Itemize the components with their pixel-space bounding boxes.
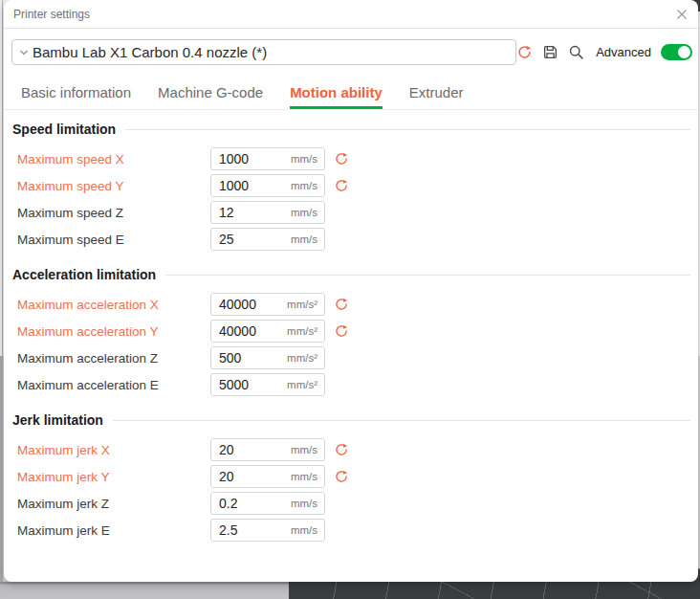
param-field: mm/s (210, 465, 325, 488)
param-label: Maximum acceleration E (17, 378, 210, 392)
param-label: Maximum jerk X (17, 443, 210, 457)
max-speed-x-input[interactable] (219, 151, 278, 166)
param-label: Maximum acceleration X (17, 298, 210, 312)
max-speed-y-input[interactable] (219, 178, 278, 193)
section-title: Speed limitation (12, 122, 116, 137)
preset-toolbar: Advanced (516, 44, 692, 60)
search-icon[interactable] (568, 44, 584, 60)
max-jerk-e-input[interactable] (219, 522, 278, 538)
param-row-max-accel-y: Maximum acceleration Y mm/s² (4, 318, 698, 344)
param-row-max-jerk-y: Maximum jerk Y mm/s (4, 463, 698, 490)
reset-icon[interactable] (334, 442, 349, 457)
param-row-max-speed-y: Maximum speed Y mm/s (4, 172, 698, 199)
max-jerk-x-input[interactable] (219, 442, 278, 457)
param-label: Maximum speed Y (17, 179, 210, 193)
unit-label: mm/s (291, 233, 317, 245)
reset-icon[interactable] (334, 178, 349, 193)
background-sidebar-edge (0, 582, 289, 599)
section-title: Acceleration limitation (12, 267, 156, 282)
param-field: mm/s (210, 228, 325, 251)
dialog-titlebar: Printer settings (4, 0, 698, 29)
param-label: Maximum acceleration Z (17, 351, 210, 366)
param-row-max-jerk-z: Maximum jerk Z mm/s (4, 490, 698, 517)
max-accel-z-input[interactable] (219, 350, 278, 366)
param-row-max-accel-x: Maximum acceleration X mm/s² (4, 291, 698, 318)
reset-icon[interactable] (334, 469, 349, 484)
param-label: Maximum jerk Z (17, 497, 210, 511)
unit-label: mm/s (291, 180, 317, 191)
param-row-max-speed-x: Maximum speed X mm/s (4, 145, 698, 172)
advanced-toggle[interactable] (661, 44, 692, 60)
param-field: mm/s² (210, 373, 325, 396)
param-field: mm/s² (210, 346, 325, 369)
max-accel-x-input[interactable] (219, 297, 278, 312)
printer-preset-select[interactable]: Bambu Lab X1 Carbon 0.4 nozzle (*) (11, 39, 516, 65)
unit-label: mm/s² (287, 352, 317, 364)
param-field: mm/s² (210, 320, 325, 343)
param-label: Maximum jerk E (17, 523, 210, 538)
param-row-max-speed-e: Maximum speed E mm/s (4, 226, 698, 253)
max-jerk-y-input[interactable] (219, 469, 278, 484)
preset-row: Bambu Lab X1 Carbon 0.4 nozzle (*) (11, 39, 692, 65)
param-label: Maximum speed Z (17, 206, 210, 220)
max-speed-e-input[interactable] (219, 232, 278, 247)
max-speed-z-input[interactable] (219, 205, 278, 220)
param-field: mm/s (210, 147, 325, 170)
section-header-jerk: Jerk limitation (12, 410, 690, 430)
unit-label: mm/s (291, 444, 317, 455)
advanced-label: Advanced (596, 45, 651, 59)
param-label: Maximum jerk Y (17, 470, 210, 484)
param-field: mm/s² (210, 293, 325, 316)
background-panel-edge (0, 356, 3, 582)
settings-tabs: Basic information Machine G-code Motion … (21, 84, 698, 109)
section-header-speed: Speed limitation (12, 120, 690, 139)
dialog-title: Printer settings (13, 8, 90, 21)
param-row-max-speed-z: Maximum speed Z mm/s (4, 199, 698, 226)
param-field: mm/s (210, 201, 325, 224)
reset-icon[interactable] (334, 297, 349, 312)
reset-preset-icon[interactable] (516, 44, 533, 60)
save-preset-icon[interactable] (542, 44, 558, 60)
param-row-max-accel-z: Maximum acceleration Z mm/s² (4, 344, 698, 371)
section-divider-line (113, 420, 690, 421)
reset-icon[interactable] (334, 323, 349, 339)
toggle-knob (678, 46, 690, 58)
param-field: mm/s (210, 174, 325, 197)
section-header-acceleration: Acceleration limitation (12, 265, 690, 284)
tab-machine-gcode[interactable]: Machine G-code (158, 84, 263, 109)
unit-label: mm/s² (287, 299, 317, 310)
unit-label: mm/s (291, 471, 317, 482)
section-divider-line (165, 275, 690, 276)
max-accel-e-input[interactable] (219, 377, 278, 392)
chevron-down-icon (18, 47, 30, 58)
param-label: Maximum speed E (17, 233, 210, 247)
tabs-divider (4, 109, 698, 110)
param-label: Maximum acceleration Y (17, 324, 210, 339)
param-field: mm/s (210, 438, 325, 461)
unit-label: mm/s (291, 498, 317, 509)
tab-motion-ability[interactable]: Motion ability (290, 84, 383, 109)
unit-label: mm/s (291, 207, 317, 218)
max-jerk-z-input[interactable] (219, 496, 278, 511)
tab-basic-information[interactable]: Basic information (21, 84, 131, 109)
param-label: Maximum speed X (17, 152, 210, 166)
param-field: mm/s (210, 519, 325, 542)
close-icon[interactable] (675, 8, 689, 21)
tab-extruder[interactable]: Extruder (409, 84, 464, 109)
param-row-max-accel-e: Maximum acceleration E mm/s² (4, 371, 698, 398)
param-field: mm/s (210, 492, 325, 515)
preset-selected-value: Bambu Lab X1 Carbon 0.4 nozzle (*) (33, 44, 267, 60)
printer-settings-dialog: Printer settings Bambu Lab X1 Carbon 0.4… (4, 0, 698, 582)
section-divider-line (125, 129, 690, 130)
unit-label: mm/s (291, 153, 317, 165)
param-row-max-jerk-x: Maximum jerk X mm/s (4, 436, 698, 463)
max-accel-y-input[interactable] (219, 323, 278, 339)
reset-icon[interactable] (334, 151, 349, 166)
unit-label: mm/s² (287, 325, 317, 337)
unit-label: mm/s² (287, 379, 317, 390)
section-title: Jerk limitation (12, 412, 103, 428)
unit-label: mm/s (291, 524, 317, 536)
param-row-max-jerk-e: Maximum jerk E mm/s (4, 517, 698, 544)
